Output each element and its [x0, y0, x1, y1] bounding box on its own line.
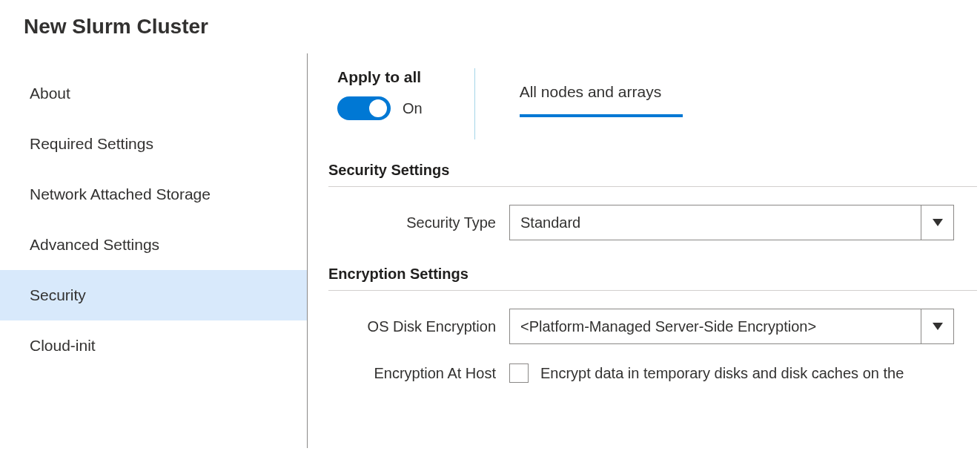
- encryption-settings-title: Encryption Settings: [328, 266, 977, 291]
- encryption-settings-section: Encryption Settings OS Disk Encryption <…: [328, 266, 980, 383]
- os-disk-encryption-select[interactable]: <Platform-Managed Server-Side Encryption…: [509, 309, 954, 344]
- vertical-divider: [474, 68, 475, 139]
- sidebar-item-security[interactable]: Security: [0, 270, 307, 320]
- sidebar-item-required-settings[interactable]: Required Settings: [0, 119, 307, 169]
- toggle-knob: [369, 99, 387, 117]
- sidebar-item-cloud-init[interactable]: Cloud-init: [0, 320, 307, 371]
- top-controls: Apply to all On All nodes and arrays: [328, 68, 980, 139]
- os-disk-encryption-value: <Platform-Managed Server-Side Encryption…: [510, 309, 921, 343]
- os-disk-encryption-label: OS Disk Encryption: [328, 318, 509, 335]
- security-settings-section: Security Settings Security Type Standard: [328, 162, 980, 240]
- encryption-at-host-label: Encryption At Host: [328, 365, 509, 382]
- toggle-row: On: [337, 96, 423, 120]
- apply-to-all-toggle[interactable]: [337, 96, 391, 120]
- apply-to-all-block: Apply to all On: [328, 68, 423, 120]
- security-type-value: Standard: [510, 205, 921, 240]
- encryption-at-host-description: Encrypt data in temporary disks and disk…: [540, 365, 904, 382]
- tab-all-nodes[interactable]: All nodes and arrays: [520, 68, 683, 117]
- sidebar-item-about[interactable]: About: [0, 68, 307, 119]
- svg-marker-1: [933, 323, 943, 330]
- svg-marker-0: [933, 219, 943, 226]
- security-type-select[interactable]: Standard: [509, 205, 954, 240]
- security-settings-title: Security Settings: [328, 162, 977, 187]
- chevron-down-icon: [921, 309, 953, 343]
- page-title: New Slurm Cluster: [0, 0, 980, 53]
- content-wrapper: About Required Settings Network Attached…: [0, 53, 980, 448]
- sidebar-item-network-attached-storage[interactable]: Network Attached Storage: [0, 169, 307, 220]
- security-type-row: Security Type Standard: [328, 205, 980, 240]
- tab-label: All nodes and arrays: [520, 83, 661, 110]
- security-type-label: Security Type: [328, 214, 509, 231]
- main-panel: Apply to all On All nodes and arrays Sec…: [308, 53, 980, 448]
- os-disk-encryption-row: OS Disk Encryption <Platform-Managed Ser…: [328, 309, 980, 344]
- sidebar-item-advanced-settings[interactable]: Advanced Settings: [0, 220, 307, 270]
- sidebar: About Required Settings Network Attached…: [0, 53, 308, 448]
- tab-underline: [520, 114, 683, 117]
- encryption-at-host-checkbox[interactable]: [509, 363, 529, 383]
- chevron-down-icon: [921, 205, 953, 240]
- encryption-at-host-row: Encryption At Host Encrypt data in tempo…: [328, 363, 980, 383]
- toggle-state-label: On: [403, 100, 423, 117]
- apply-to-all-label: Apply to all: [337, 68, 423, 86]
